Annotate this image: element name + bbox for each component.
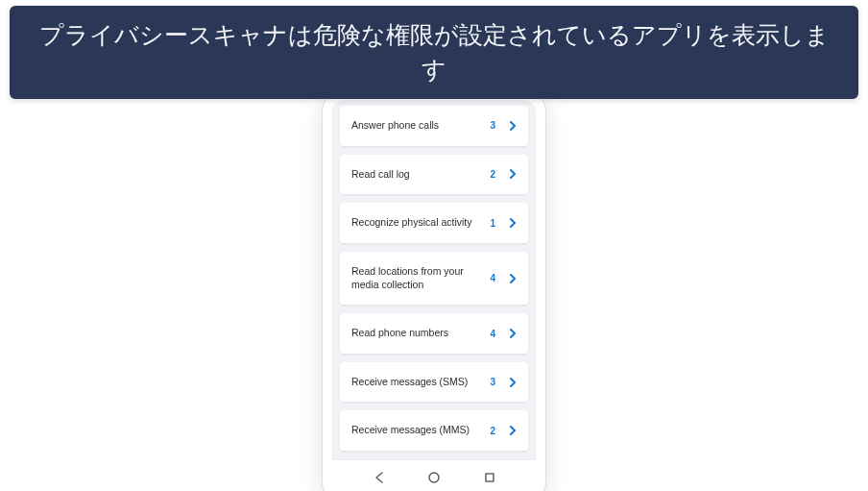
- permission-label: Read call log: [351, 168, 482, 182]
- chevron-right-icon: [507, 377, 518, 388]
- permission-row[interactable]: Read phone numbers 4: [340, 313, 528, 354]
- permission-row[interactable]: Receive messages (MMS) 2: [340, 410, 528, 451]
- permission-row[interactable]: Read call log 2: [340, 155, 528, 195]
- permission-count: 1: [490, 218, 495, 229]
- permission-row[interactable]: Receive messages (SMS) 3: [340, 362, 528, 403]
- permission-label: Read locations from your media collectio…: [351, 265, 482, 291]
- permission-count: 3: [490, 120, 495, 131]
- back-button[interactable]: [371, 469, 388, 486]
- permission-row[interactable]: Recognize physical activity 1: [340, 203, 528, 243]
- permission-label: Answer phone calls: [351, 119, 482, 133]
- chevron-right-icon: [507, 425, 518, 436]
- permissions-list: Answer phone calls 3 Read call log 2 Rec…: [332, 100, 536, 459]
- svg-rect-1: [486, 474, 494, 481]
- android-navbar: [332, 459, 536, 491]
- chevron-right-icon: [507, 217, 518, 229]
- permission-count: 2: [490, 426, 495, 436]
- chevron-right-icon: [507, 273, 518, 284]
- chevron-right-icon: [507, 120, 518, 132]
- banner-text: プライバシースキャナは危険な権限が設定されているアプリを表示します: [39, 21, 830, 83]
- svg-point-0: [429, 473, 439, 482]
- home-button[interactable]: [425, 469, 443, 486]
- permission-count: 4: [490, 273, 495, 283]
- permission-label: Read phone numbers: [351, 327, 482, 340]
- permission-label: Receive messages (SMS): [351, 376, 482, 389]
- permission-count: 4: [490, 329, 495, 339]
- chevron-right-icon: [507, 168, 518, 180]
- permission-count: 2: [490, 169, 495, 180]
- permission-row[interactable]: Read locations from your media collectio…: [340, 252, 528, 305]
- recent-apps-button[interactable]: [481, 469, 498, 486]
- chevron-right-icon: [507, 328, 518, 339]
- description-banner: プライバシースキャナは危険な権限が設定されているアプリを表示します: [10, 6, 858, 99]
- phone-mockup: Answer phone calls 3 Read call log 2 Rec…: [323, 90, 545, 491]
- permission-row[interactable]: Answer phone calls 3: [340, 106, 528, 146]
- permission-label: Recognize physical activity: [351, 216, 482, 230]
- permission-label: Receive messages (MMS): [351, 424, 482, 437]
- permission-count: 3: [490, 377, 495, 387]
